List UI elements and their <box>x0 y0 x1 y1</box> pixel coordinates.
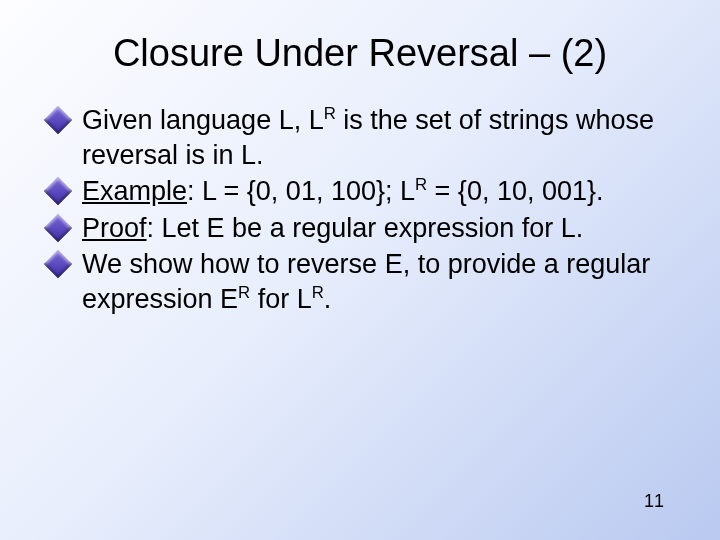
bullet-item: Proof: Let E be a regular expression for… <box>48 211 672 246</box>
bullet-list: Given language L, LR is the set of strin… <box>48 103 672 316</box>
bullet-text: : Let E be a regular expression for L. <box>147 213 584 243</box>
page-number: 11 <box>644 491 664 512</box>
bullet-label: Proof <box>82 213 147 243</box>
bullet-item: We show how to reverse E, to provide a r… <box>48 247 672 316</box>
diamond-bullet-icon <box>44 106 72 134</box>
bullet-text: We show how to reverse E, to provide a r… <box>82 249 650 314</box>
bullet-text: = {0, 10, 001}. <box>427 176 603 206</box>
superscript: R <box>312 283 324 302</box>
bullet-text: for L <box>250 284 312 314</box>
bullet-text: Given language L, L <box>82 105 324 135</box>
bullet-label: Example <box>82 176 187 206</box>
superscript: R <box>415 175 427 194</box>
bullet-item: Example: L = {0, 01, 100}; LR = {0, 10, … <box>48 174 672 209</box>
diamond-bullet-icon <box>44 213 72 241</box>
bullet-text: : L = {0, 01, 100}; L <box>187 176 415 206</box>
slide: Closure Under Reversal – (2) Given langu… <box>0 0 720 540</box>
diamond-bullet-icon <box>44 177 72 205</box>
diamond-bullet-icon <box>44 250 72 278</box>
bullet-text: . <box>324 284 332 314</box>
slide-title: Closure Under Reversal – (2) <box>48 32 672 75</box>
bullet-item: Given language L, LR is the set of strin… <box>48 103 672 172</box>
superscript: R <box>324 104 336 123</box>
superscript: R <box>238 283 250 302</box>
